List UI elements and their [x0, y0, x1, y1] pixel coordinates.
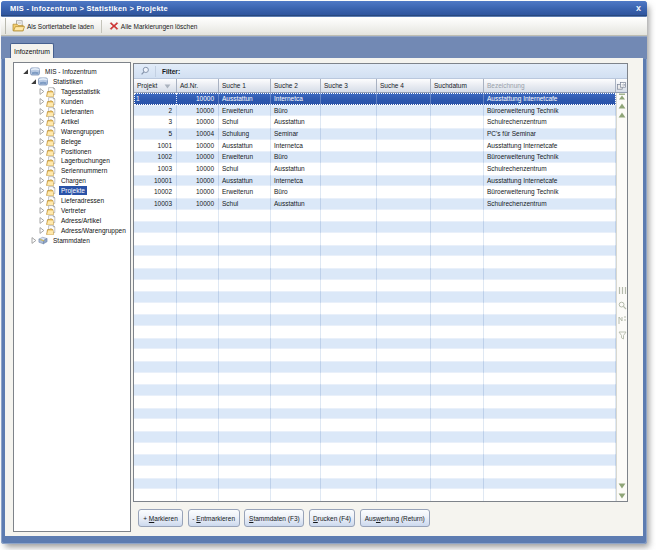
- expand-icon[interactable]: [37, 186, 46, 195]
- collapse-icon[interactable]: [29, 77, 38, 86]
- scroll-page-up-icon[interactable]: [617, 103, 627, 109]
- scroll-up-icon[interactable]: [617, 112, 627, 118]
- tree-item-tagesstatistik[interactable]: Tagesstatistik: [14, 87, 130, 97]
- cell-bezeichnung[interactable]: Ausstattung Internetcafe: [484, 93, 616, 105]
- tree-item-belege[interactable]: Belege: [14, 136, 130, 146]
- grid-row[interactable]: 1000210000ErweiterunBüroBüroerweiterung …: [134, 186, 616, 198]
- column-header-suche-1[interactable]: Suche 1: [219, 79, 271, 92]
- cell-suche-3[interactable]: [321, 128, 377, 140]
- cell-projekt[interactable]: 10003: [134, 198, 177, 210]
- column-header-bezeichnung[interactable]: Bezeichnung: [484, 79, 616, 92]
- cell-suche-4[interactable]: [377, 128, 431, 140]
- expand-icon[interactable]: [37, 176, 46, 185]
- cell-suche-2[interactable]: Büro: [271, 151, 321, 163]
- cell-bezeichnung[interactable]: Schulrechenzentrum: [484, 163, 616, 175]
- cell-suchdatum[interactable]: [431, 186, 484, 198]
- cell-suche-3[interactable]: [321, 151, 377, 163]
- cell-suche-2[interactable]: Büro: [271, 105, 321, 117]
- grid-row[interactable]: 100310000SchulAusstattunSchulrechenzentr…: [134, 163, 616, 175]
- button-markieren[interactable]: + Markieren: [138, 509, 183, 527]
- cell-bezeichnung[interactable]: Schulrechenzentrum: [484, 116, 616, 128]
- tree-item-stammdaten[interactable]: Stammdaten: [14, 235, 130, 245]
- cell-suche-4[interactable]: [377, 163, 431, 175]
- cell-bezeichnung[interactable]: Büroerweiterung Technik: [484, 186, 616, 198]
- cell-suche-3[interactable]: [321, 105, 377, 117]
- column-header-suchdatum[interactable]: Suchdatum: [431, 79, 484, 92]
- cell-ad-nr-[interactable]: 10000: [177, 116, 219, 128]
- cell-projekt[interactable]: 1001: [134, 140, 177, 152]
- tree-item-projekte[interactable]: Projekte: [14, 186, 130, 196]
- sort-rows-icon[interactable]: [617, 316, 627, 325]
- cell-suchdatum[interactable]: [431, 140, 484, 152]
- grid-row[interactable]: 510004SchulungSeminarPC's für Seminar: [134, 128, 616, 140]
- toolbar-button-clear-marks[interactable]: Alle Markierungen löschen: [105, 18, 202, 35]
- cell-ad-nr-[interactable]: 10000: [177, 186, 219, 198]
- cell-suchdatum[interactable]: [431, 198, 484, 210]
- columns-icon[interactable]: [617, 286, 627, 295]
- expand-icon[interactable]: [37, 137, 46, 146]
- cell-suche-4[interactable]: [377, 186, 431, 198]
- toolbar-button-load-sort-table[interactable]: Als Sortiertabelle laden: [8, 18, 98, 35]
- cell-suche-2[interactable]: Internetca: [271, 175, 321, 187]
- column-header-suche-3[interactable]: Suche 3: [321, 79, 377, 92]
- button-auswertung-return[interactable]: Auswertung (Return): [360, 509, 430, 527]
- cell-ad-nr-[interactable]: 10000: [177, 175, 219, 187]
- expand-icon[interactable]: [37, 216, 46, 225]
- tab-infozentrum[interactable]: Infozentrum: [10, 43, 54, 59]
- cell-bezeichnung[interactable]: PC's für Seminar: [484, 128, 616, 140]
- customize-columns-button[interactable]: [616, 79, 627, 92]
- tree-item-vertreter[interactable]: Vertreter: [14, 205, 130, 215]
- cell-suchdatum[interactable]: [431, 105, 484, 117]
- scroll-down-icon[interactable]: [617, 483, 627, 489]
- cell-suchdatum[interactable]: [431, 163, 484, 175]
- cell-suche-1[interactable]: Erweiterun: [219, 151, 271, 163]
- grid-row[interactable]: 1000110000AusstattunInternetcaAusstattun…: [134, 175, 616, 187]
- cell-projekt[interactable]: 2: [134, 105, 177, 117]
- cell-projekt[interactable]: 5: [134, 128, 177, 140]
- expand-icon[interactable]: [37, 87, 46, 96]
- search-icon[interactable]: [617, 301, 627, 310]
- cell-projekt[interactable]: 1: [134, 93, 177, 105]
- button-entmarkieren[interactable]: - Entmarkieren: [188, 509, 240, 527]
- cell-suche-3[interactable]: [321, 198, 377, 210]
- expand-icon[interactable]: [37, 166, 46, 175]
- expand-icon[interactable]: [37, 107, 46, 116]
- cell-ad-nr-[interactable]: 10000: [177, 151, 219, 163]
- tree-item-seriennummern[interactable]: Seriennummern: [14, 166, 130, 176]
- tree-item-warengruppen[interactable]: Warengruppen: [14, 126, 130, 136]
- expand-icon[interactable]: [37, 226, 46, 235]
- cell-suchdatum[interactable]: [431, 175, 484, 187]
- cell-suche-2[interactable]: Internetca: [271, 140, 321, 152]
- cell-suche-3[interactable]: [321, 186, 377, 198]
- cell-suchdatum[interactable]: [431, 93, 484, 105]
- cell-suche-1[interactable]: Schulung: [219, 128, 271, 140]
- expand-icon[interactable]: [37, 206, 46, 215]
- expand-icon[interactable]: [37, 97, 46, 106]
- tree-item-statistiken[interactable]: Statistiken: [14, 77, 130, 87]
- tree-item-kunden[interactable]: Kunden: [14, 97, 130, 107]
- cell-bezeichnung[interactable]: Büroerweiterung Technik: [484, 151, 616, 163]
- cell-bezeichnung[interactable]: Büroerweiterung Technik: [484, 105, 616, 117]
- cell-suche-1[interactable]: Schul: [219, 163, 271, 175]
- grid-row[interactable]: 100110000AusstattunInternetcaAusstattung…: [134, 140, 616, 152]
- column-header-projekt[interactable]: Projekt: [134, 79, 177, 92]
- cell-suche-1[interactable]: Ausstattun: [219, 93, 271, 105]
- cell-suche-2[interactable]: Seminar: [271, 128, 321, 140]
- cell-suche-3[interactable]: [321, 116, 377, 128]
- grid-row[interactable]: 110000AusstattunInternetcaAusstattung In…: [134, 93, 616, 105]
- close-icon[interactable]: x: [636, 2, 641, 15]
- tree-item-positionen[interactable]: Positionen: [14, 146, 130, 156]
- cell-bezeichnung[interactable]: Ausstattung Internetcafe: [484, 140, 616, 152]
- cell-suche-3[interactable]: [321, 163, 377, 175]
- grid-row[interactable]: 100210000ErweiterunBüroBüroerweiterung T…: [134, 151, 616, 163]
- button-drucken-f4[interactable]: Drucken (F4): [309, 509, 355, 527]
- cell-ad-nr-[interactable]: 10000: [177, 140, 219, 152]
- cell-suche-3[interactable]: [321, 93, 377, 105]
- tree-item-lagerbuchungen[interactable]: Lagerbuchungen: [14, 156, 130, 166]
- expand-icon[interactable]: [37, 117, 46, 126]
- cell-ad-nr-[interactable]: 10000: [177, 93, 219, 105]
- cell-ad-nr-[interactable]: 10004: [177, 128, 219, 140]
- cell-suche-2[interactable]: Ausstattun: [271, 116, 321, 128]
- cell-suche-2[interactable]: Büro: [271, 186, 321, 198]
- cell-bezeichnung[interactable]: Ausstattung Internetcafe: [484, 175, 616, 187]
